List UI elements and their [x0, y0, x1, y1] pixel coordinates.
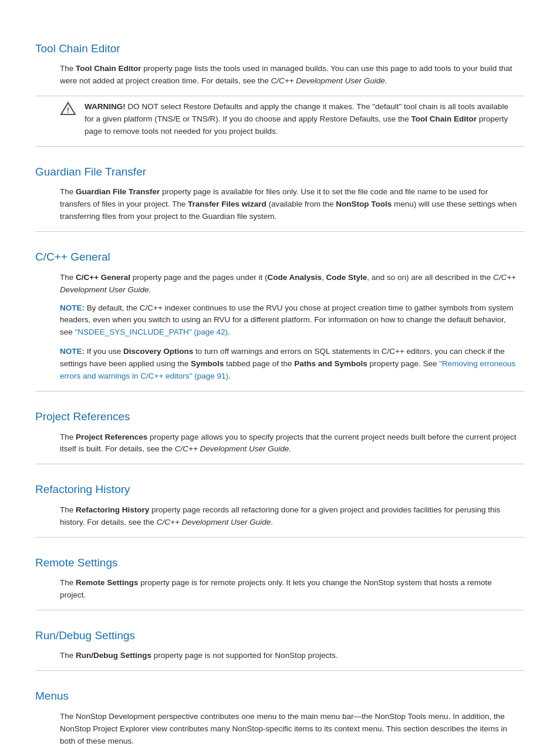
cpp-note1-para: NOTE: By default, the C/C++ indexer cont…: [60, 302, 519, 339]
section-cpp-general: C/C++ General The C/C++ General property…: [35, 248, 525, 391]
menus-para: The NonStop Development perspective cont…: [60, 711, 519, 746]
warning-box: ! WARNING! DO NOT select Restore Default…: [35, 101, 525, 138]
section-body-run-debug: The Run/Debug Settings property page is …: [35, 650, 525, 662]
divider-after-tce-para: [35, 96, 525, 96]
section-title-run-debug: Run/Debug Settings: [35, 627, 525, 644]
section-body-refactoring: The Refactoring History property page re…: [35, 504, 525, 529]
tool-chain-editor-para: The Tool Chain Editor property page list…: [60, 63, 519, 87]
tce-body3: .: [385, 76, 387, 85]
pr-body1: The: [60, 433, 76, 441]
rds-bold1: Run/Debug Settings: [76, 651, 151, 660]
project-references-para: The Project References property page all…: [60, 431, 519, 456]
cpp-note1-label: NOTE:: [60, 303, 85, 312]
cpp-note1: NOTE: By default, the C/C++ indexer cont…: [60, 302, 519, 339]
section-run-debug: Run/Debug Settings The Run/Debug Setting…: [35, 627, 525, 671]
cpp-note1-link[interactable]: "NSDEE_SYS_INCLUDE_PATH" (page 42): [75, 328, 228, 336]
pr-italic1: C/C++ Development User Guide: [175, 444, 289, 453]
section-body-cpp: The C/C++ General property page and the …: [35, 272, 525, 383]
warning-svg: !: [60, 102, 76, 116]
rh-body1: The: [60, 505, 76, 514]
tce-bold1: Tool Chain Editor: [76, 64, 141, 73]
svg-text:!: !: [67, 106, 69, 114]
cpp-note2: NOTE: If you use Discovery Options to tu…: [60, 346, 519, 383]
run-debug-para: The Run/Debug Settings property page is …: [60, 650, 519, 662]
cpp-body4: , and so on) are all described in the: [367, 273, 493, 282]
cpp-bold2: Code Analysis: [267, 273, 322, 282]
rs-body1: The: [60, 578, 76, 587]
section-body-project-references: The Project References property page all…: [35, 431, 525, 456]
divider-after-project-references: [35, 464, 525, 464]
gft-bold3: NonStop Tools: [336, 200, 392, 208]
cpp-bold1: C/C++ General: [76, 273, 130, 282]
section-refactoring-history: Refactoring History The Refactoring Hist…: [35, 481, 525, 537]
cpp-note2-bold1: Discovery Options: [123, 347, 193, 356]
rh-body3: .: [271, 518, 273, 526]
cpp-body5: .: [149, 285, 151, 294]
section-title-remote: Remote Settings: [35, 554, 525, 571]
section-guardian-file-transfer: Guardian File Transfer The Guardian File…: [35, 163, 525, 232]
cpp-para1: The C/C++ General property page and the …: [60, 272, 519, 296]
remote-para: The Remote Settings property page is for…: [60, 577, 519, 602]
tce-body1: The: [60, 64, 76, 73]
cpp-note2-end: .: [228, 372, 231, 380]
rds-body1: The: [60, 651, 76, 660]
divider-after-run-debug: [35, 670, 525, 671]
rds-body2: property page is not supported for NonSt…: [151, 651, 338, 660]
cpp-note2-bold3: Paths and Symbols: [294, 359, 367, 368]
section-body-menus: The NonStop Development perspective cont…: [35, 711, 525, 746]
warning-label: WARNING!: [85, 102, 126, 111]
warning-text-block: WARNING! DO NOT select Restore Defaults …: [85, 101, 519, 138]
divider-after-guardian: [35, 231, 525, 232]
divider-after-remote: [35, 610, 525, 610]
section-title-tool-chain-editor: Tool Chain Editor: [35, 40, 525, 57]
cpp-bold3: Code Style: [326, 273, 367, 282]
gft-body1: The: [60, 187, 76, 196]
guardian-para: The Guardian File Transfer property page…: [60, 186, 519, 223]
cpp-note2-para: NOTE: If you use Discovery Options to tu…: [60, 346, 519, 383]
section-remote-settings: Remote Settings The Remote Settings prop…: [35, 554, 525, 610]
section-body-guardian: The Guardian File Transfer property page…: [35, 186, 525, 223]
cpp-body2: property page and the pages under it (: [130, 273, 267, 282]
refactoring-para: The Refactoring History property page re…: [60, 504, 519, 529]
cpp-body1: The: [60, 273, 76, 282]
cpp-body3: ,: [322, 273, 326, 282]
cpp-note2-bold2: Symbols: [191, 359, 224, 368]
pr-body3: .: [289, 444, 291, 453]
rs-bold1: Remote Settings: [76, 578, 139, 587]
section-menus: Menus The NonStop Development perspectiv…: [35, 687, 525, 746]
divider-after-cpp: [35, 391, 525, 391]
cpp-note2-text: If you use: [85, 347, 123, 356]
warning-triangle-icon: !: [60, 102, 76, 121]
section-tool-chain-editor: Tool Chain Editor The Tool Chain Editor …: [35, 40, 525, 147]
divider-after-refactoring: [35, 537, 525, 538]
cpp-note1-end: .: [228, 328, 230, 336]
pr-bold1: Project References: [76, 433, 147, 441]
cpp-note2-label: NOTE:: [60, 347, 85, 356]
section-title-guardian: Guardian File Transfer: [35, 163, 525, 180]
section-project-references: Project References The Project Reference…: [35, 408, 525, 464]
section-title-cpp: C/C++ General: [35, 248, 525, 265]
tce-italic1: C/C++ Development User Guide: [271, 76, 384, 85]
warning-bold: Tool Chain Editor: [411, 114, 477, 123]
gft-bold1: Guardian File Transfer: [76, 187, 160, 196]
cpp-note2-text3: tabbed page of the: [224, 359, 294, 368]
cpp-note2-text4: property page. See: [367, 359, 439, 368]
section-title-refactoring: Refactoring History: [35, 481, 525, 498]
gft-bold2: Transfer Files wizard: [188, 200, 266, 208]
gft-body3: (available from the: [266, 200, 336, 208]
divider-after-warning: [35, 146, 525, 147]
section-title-menus: Menus: [35, 687, 525, 704]
rh-bold1: Refactoring History: [76, 505, 149, 514]
rh-italic1: C/C++ Development User Guide: [157, 518, 271, 526]
section-body-tool-chain-editor: The Tool Chain Editor property page list…: [35, 63, 525, 87]
section-title-project-references: Project References: [35, 408, 525, 425]
section-body-remote: The Remote Settings property page is for…: [35, 577, 525, 602]
